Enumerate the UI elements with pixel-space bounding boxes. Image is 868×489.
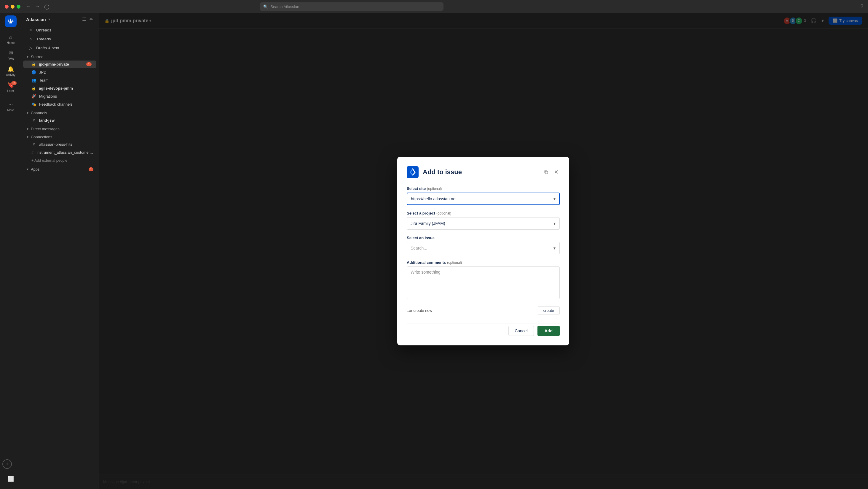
rail-item-activity[interactable]: 🔔 Activity [2, 63, 19, 79]
channels-section-header[interactable]: ▼ Channels [21, 108, 98, 116]
connections-section-header[interactable]: ▼ Connections [21, 132, 98, 140]
maximize-button[interactable] [17, 5, 21, 9]
activity-icon: 🔔 [7, 66, 14, 73]
minimize-button[interactable] [11, 5, 14, 9]
select-issue-field: Select an issue Search... ▾ [407, 236, 560, 254]
nav-buttons: ← → ◯ [26, 4, 50, 9]
workspace-name[interactable]: Atlassian [26, 17, 46, 22]
or-create-text: ..or create new [407, 308, 432, 313]
add-to-issue-modal: Add to issue ⧉ ✕ Select site (optional) … [397, 157, 569, 345]
sidebar-item-drafts[interactable]: ▷ Drafts & sent [23, 44, 96, 52]
select-issue-label: Select an issue [407, 236, 560, 240]
sidebar-item-atlassian-press[interactable]: # atlassian-press-hits [23, 141, 96, 148]
select-site-field: Select site (optional) https://hello.atl… [407, 186, 560, 205]
create-button[interactable]: create [538, 306, 560, 315]
modal-footer: Cancel Add [407, 323, 560, 336]
team-icon: 👥 [31, 78, 36, 83]
dms-icon: ✉ [9, 50, 13, 56]
connections-arrow-icon: ▼ [26, 135, 29, 139]
sidebar-item-threads[interactable]: ○ Threads [23, 35, 96, 43]
search-placeholder: Search Atlassian [270, 4, 299, 9]
additional-comments-label: Additional comments (optional) [407, 260, 560, 265]
history-button[interactable]: ◯ [44, 4, 50, 9]
apps-section-header[interactable]: ▼ Apps 1 [21, 165, 98, 173]
more-icon: ··· [8, 102, 13, 108]
create-row: ..or create new create [407, 306, 560, 315]
sidebar-item-add-external[interactable]: + Add external people [23, 157, 96, 164]
jpd-icon: 🔵 [31, 70, 36, 75]
icon-rail: ⌂ Home ✉ DMs 🔔 Activity 🔖 13 Later ··· M… [0, 13, 21, 489]
sidebar-item-instrument-atlassian[interactable]: # instrument_atlassian_customer... [23, 149, 96, 156]
dm-arrow-icon: ▼ [26, 127, 29, 131]
modal-header: Add to issue ⧉ ✕ [407, 166, 560, 178]
sidebar-item-land-jsw[interactable]: # land-jsw [23, 117, 96, 124]
feedback-icon: 🎭 [31, 102, 36, 107]
apps-arrow-icon: ▼ [26, 168, 29, 171]
help-icon[interactable]: ? [861, 4, 863, 9]
threads-icon: ○ [28, 36, 33, 41]
compose-icon[interactable]: ✏ [90, 17, 93, 22]
lock-icon: 🔒 [31, 62, 36, 66]
modal-header-actions: ⧉ ✕ [543, 168, 560, 177]
select-issue-dropdown[interactable]: Search... [407, 242, 560, 254]
jpd-pmm-badge: 1 [86, 62, 92, 66]
rail-item-more[interactable]: ··· More [2, 99, 19, 114]
starred-section-header[interactable]: ▼ Starred [21, 52, 98, 60]
select-site-container: https://hello.atlassian.net ▾ [407, 193, 560, 205]
migrations-icon: 🚀 [31, 94, 36, 98]
additional-comments-field: Additional comments (optional) [407, 260, 560, 300]
drafts-icon: ▷ [28, 46, 33, 50]
apps-badge: 1 [89, 167, 93, 171]
sidebar-item-migrations[interactable]: 🚀 Migrations [23, 93, 96, 100]
modal-copy-icon[interactable]: ⧉ [543, 168, 549, 177]
sidebar-item-unreads[interactable]: ≡ Unreads [23, 26, 96, 34]
close-button[interactable] [5, 5, 9, 9]
select-project-field: Select a project (optional) Jira Family … [407, 211, 560, 230]
atlassian-logo[interactable] [5, 16, 17, 27]
cancel-button[interactable]: Cancel [508, 326, 534, 336]
modal-overlay: Add to issue ⧉ ✕ Select site (optional) … [98, 13, 868, 489]
select-site-label: Select site (optional) [407, 186, 560, 191]
sidebar: Atlassian ▾ ☰ ✏ ≡ Unreads ○ Threads ▷ Dr… [21, 13, 98, 489]
forward-button[interactable]: → [35, 4, 40, 9]
select-project-dropdown[interactable]: Jira Family (JFAM) [407, 217, 560, 230]
sidebar-item-feedback[interactable]: 🎭 Feedback channels [23, 100, 96, 108]
channels-arrow-icon: ▼ [26, 111, 29, 115]
rail-item-later[interactable]: 🔖 13 Later [2, 80, 19, 95]
select-site-dropdown[interactable]: https://hello.atlassian.net [407, 193, 560, 205]
add-button[interactable]: Add [537, 326, 560, 336]
traffic-lights [5, 5, 21, 9]
project-value: Jira Family (JFAM) [410, 221, 445, 226]
sidebar-item-team[interactable]: 👥 Team [23, 77, 96, 84]
starred-arrow-icon: ▼ [26, 55, 29, 58]
screen-icon: ⬜ [7, 476, 14, 482]
modal-title: Add to issue [423, 168, 462, 176]
back-button[interactable]: ← [26, 4, 31, 9]
workspace-chevron-icon: ▾ [48, 17, 50, 21]
select-issue-container: Search... ▾ [407, 242, 560, 254]
unreads-icon: ≡ [28, 28, 33, 32]
svg-rect-0 [407, 166, 418, 178]
jira-logo [407, 166, 418, 178]
agile-lock-icon: 🔒 [31, 86, 36, 90]
dm-section-header[interactable]: ▼ Direct messages [21, 124, 98, 132]
conn-hash-icon-2: # [31, 150, 33, 154]
rail-item-home[interactable]: ⌂ Home [2, 31, 19, 47]
rail-item-screen[interactable]: ⬜ [2, 471, 19, 487]
global-search-bar[interactable]: 🔍 Search Atlassian [260, 2, 443, 11]
rail-divider [5, 97, 17, 97]
sidebar-header: Atlassian ▾ ☰ ✏ [21, 13, 98, 26]
sidebar-item-jpd[interactable]: 🔵 JPD [23, 68, 96, 76]
select-project-label: Select a project (optional) [407, 211, 560, 215]
hash-icon: # [31, 118, 36, 122]
conn-hash-icon-1: # [31, 142, 36, 147]
select-project-container: Jira Family (JFAM) ▾ [407, 217, 560, 230]
filter-icon[interactable]: ☰ [82, 17, 86, 22]
modal-close-icon[interactable]: ✕ [553, 168, 560, 177]
add-workspace-button[interactable]: + [2, 459, 12, 469]
additional-comments-textarea[interactable] [407, 266, 560, 299]
title-bar: ← → ◯ 🔍 Search Atlassian ? [0, 0, 868, 13]
sidebar-item-jpd-pmm-private[interactable]: 🔒 jpd-pmm-private 1 [23, 60, 96, 68]
rail-item-dms[interactable]: ✉ DMs [2, 48, 19, 63]
sidebar-item-agile-devops[interactable]: 🔒 agile-devops-pmm [23, 85, 96, 92]
